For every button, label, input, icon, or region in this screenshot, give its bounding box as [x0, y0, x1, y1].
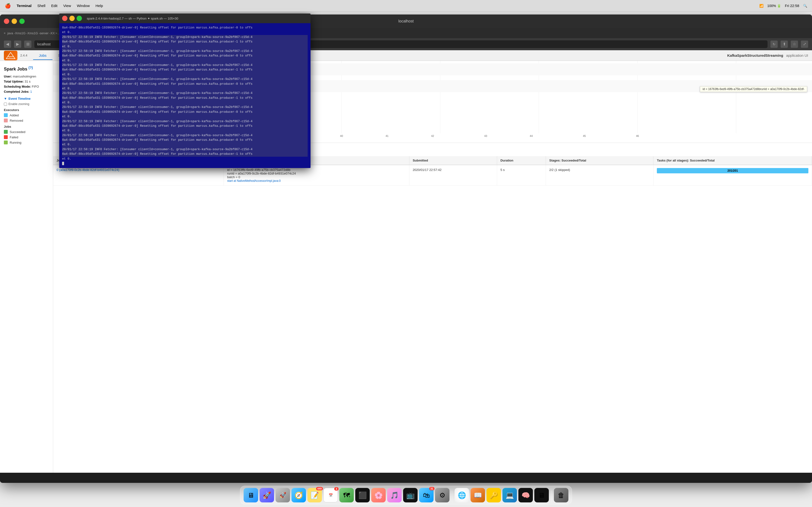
terminal-content[interactable]: 8a4-89af-80cc95dfa431-1939092674-driver-… — [59, 23, 311, 168]
appstore-badge: 31 — [429, 487, 435, 490]
tab-icon: ≡ — [4, 32, 5, 35]
terminal-close[interactable] — [62, 16, 67, 21]
expand-button[interactable]: ⤢ — [801, 41, 808, 48]
executors-legend-title: Executors — [4, 108, 49, 112]
terminal-minimize[interactable] — [69, 16, 75, 21]
terminal-line-6: 8a4-89af-80cc95dfa431-1939092674-driver-… — [62, 54, 308, 58]
tab-java1[interactable]: ≡ java -Xms1G -Xms1G -server -XX:+... — [0, 28, 64, 38]
terminal-line-0: 8a4-89af-80cc95dfa431-1939092674-driver-… — [62, 25, 308, 30]
terminal-line-28: et 0. — [62, 157, 308, 161]
maximize-button[interactable] — [19, 18, 24, 24]
dock-appstore[interactable]: 🛍 31 — [419, 488, 434, 502]
notes-badge: 449 — [316, 487, 323, 490]
terminal-line-1: et 0. — [62, 30, 308, 35]
dock-music[interactable]: 🎵 — [387, 488, 402, 502]
dock-separator — [452, 490, 452, 502]
forward-button[interactable]: ▶ — [14, 41, 21, 48]
menu-window[interactable]: Window — [77, 4, 90, 8]
dock-finder[interactable]: 🖥 — [244, 488, 258, 502]
dock: 🖥 🚀 🚀 🧭 📝 449 📅 4 🗺 ⬛ 🌸 🎵 📺 🛍 31 ⚙ 🌐 📖 🔑… — [240, 486, 572, 505]
dock-dict[interactable]: 📖 — [470, 488, 485, 502]
refresh-button[interactable]: ↻ — [770, 41, 778, 48]
completed-jobs-link[interactable]: Completed Jobs: 1 — [4, 90, 32, 94]
dock-keychain[interactable]: 🔑 — [487, 488, 501, 502]
col-tasks: Tasks (for all stages): Succeeded/Total — [654, 156, 812, 165]
app-title: KafkaSparkStructuredStreaming — [727, 53, 783, 57]
desc-link[interactable]: start at NativeMethodAccessorImpl.java:0 — [227, 179, 281, 182]
menu-edit[interactable]: Edit — [51, 4, 57, 8]
terminal-maximize[interactable] — [77, 16, 82, 21]
terminal-title: spark-2.4.4-bin-hadoop2.7 — sh — Python … — [87, 17, 178, 20]
calendar-badge: 4 — [334, 487, 339, 491]
job-id-link[interactable]: 0 (a0a170f9-0c2b-4bde-82df-b4931e074c24) — [57, 168, 119, 172]
dock-monitor[interactable]: 🖥 — [534, 488, 549, 502]
svg-text:42: 42 — [431, 134, 434, 137]
event-timeline-toggle[interactable]: ▼ Event Timeline — [4, 97, 49, 101]
window-title: localhost — [398, 19, 413, 23]
dock-vscode[interactable]: 💻 — [502, 488, 517, 502]
dock-terminal[interactable]: ⬛ — [355, 488, 370, 502]
user-info: User: marcusholmgren — [4, 74, 49, 78]
share-button[interactable]: ⬆ — [780, 41, 788, 48]
completed-jobs-panel: ▼ Completed Jobs (1) Job Id (Job Group) … — [53, 143, 812, 473]
job-duration-cell: 5 s — [497, 165, 546, 186]
menu-terminal[interactable]: Terminal — [17, 4, 32, 8]
legend-removed: Removed — [4, 119, 49, 122]
desc-line3: batch = 0 — [227, 175, 406, 179]
col-duration: Duration — [497, 156, 546, 165]
legend-failed: Failed — [4, 135, 49, 139]
dock-launchpad[interactable]: 🚀 — [260, 488, 274, 502]
help-icon[interactable]: (?) — [29, 66, 33, 69]
dock-calendar[interactable]: 📅 4 — [323, 488, 338, 502]
terminal-line-25: et 0. — [62, 143, 308, 147]
close-button[interactable] — [4, 18, 9, 24]
terminal-line-19: et 0. — [62, 114, 308, 119]
dock-sysprefs[interactable]: ⚙ — [435, 488, 450, 502]
spark-version: 2.4.4 — [20, 54, 27, 57]
desc-line1: id = 16763ffb-6ed9-49fb-a75b-cb375a472d8… — [227, 168, 406, 172]
back-button[interactable]: ◀ — [4, 41, 11, 48]
dock-trash[interactable]: 🗑 — [554, 488, 568, 502]
dock-rocket[interactable]: 🚀 — [275, 488, 290, 502]
terminal-line-18: 8a4-89af-80cc95dfa431-1939092674-driver-… — [62, 110, 308, 114]
enable-zooming-checkbox[interactable] — [4, 103, 7, 106]
terminal-line-20: 20/01/17 22:58:19 INFO Fetcher: [Consume… — [62, 119, 308, 124]
dock-appletv[interactable]: 📺 — [403, 488, 418, 502]
enable-zooming-row: Enable zooming — [4, 102, 49, 106]
menu-shell[interactable]: Shell — [37, 4, 45, 8]
col-submitted: Submitted — [409, 156, 497, 165]
dock-chrome[interactable]: 🌐 — [455, 488, 469, 502]
terminal-titlebar: spark-2.4.4-bin-hadoop2.7 — sh — Python … — [59, 13, 311, 23]
dock-notes[interactable]: 📝 449 — [307, 488, 322, 502]
terminal-line-3: 8a4-89af-80cc95dfa431-1939092674-driver-… — [62, 40, 308, 44]
dock-safari[interactable]: 🧭 — [292, 488, 306, 502]
menu-view[interactable]: View — [63, 4, 71, 8]
legend-succeeded: Succeeded — [4, 130, 49, 134]
apple-menu[interactable]: 🍎 — [5, 3, 11, 9]
bookmark-button[interactable]: ☆ — [791, 41, 798, 48]
terminal-line-5: 20/01/17 22:58:19 INFO Fetcher: [Consume… — [62, 49, 308, 54]
terminal-line-7: et 0. — [62, 58, 308, 63]
terminal-cursor — [62, 162, 64, 165]
tab-label: java -Xms1G -Xms1G -server -XX:+... — [7, 32, 60, 35]
terminal-line-8: 20/01/17 22:58:19 INFO Fetcher: [Consume… — [62, 63, 308, 68]
progress-bar-text: 201/201 — [727, 169, 738, 172]
menu-help[interactable]: Help — [95, 4, 103, 8]
minimize-button[interactable] — [12, 18, 17, 24]
terminal-line-12: 8a4-89af-80cc95dfa431-1939092674-driver-… — [62, 82, 308, 87]
job-stages-cell: 2/2 (1 skipped) — [546, 165, 654, 186]
tasks-progress-bar: 201/201 — [657, 168, 808, 173]
dock-photos[interactable]: 🌸 — [371, 488, 386, 502]
wifi-icon: 📶 — [759, 4, 763, 8]
dock-maps[interactable]: 🗺 — [339, 488, 354, 502]
svg-text:44: 44 — [530, 134, 532, 137]
grid-button[interactable]: ⊞ — [24, 41, 32, 48]
tab-jobs[interactable]: Jobs — [33, 51, 52, 60]
svg-text:Spark: Spark — [8, 56, 13, 58]
dock-intellij[interactable]: 🧠 — [518, 488, 533, 502]
terminal-line-26: 20/01/17 22:58:19 INFO Fetcher: [Consume… — [62, 147, 308, 152]
search-icon[interactable]: 🔍 — [803, 4, 807, 8]
timeline-tooltip: id = 16763fb-6ed9-49fb-a75b-cb375a472d8b… — [700, 86, 807, 92]
scheduling-info: Scheduling Mode: FIFO — [4, 85, 49, 89]
terminal-line-11: 20/01/17 22:58:19 INFO Fetcher: [Consume… — [62, 77, 308, 81]
